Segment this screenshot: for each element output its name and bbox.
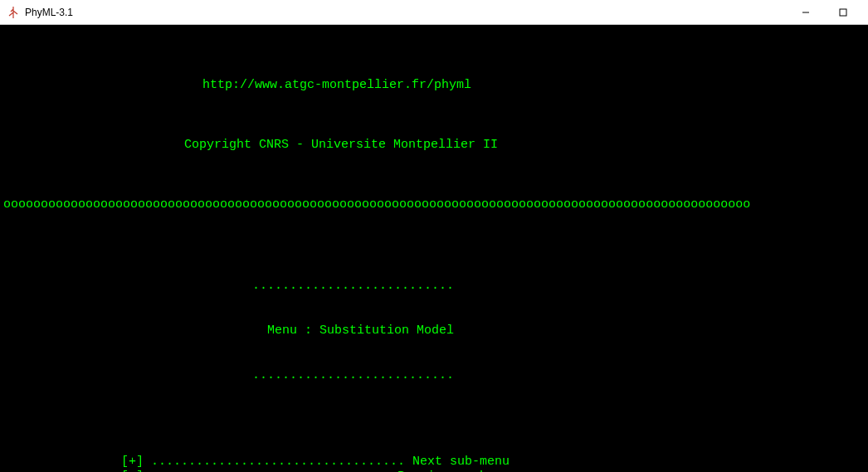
nav-options: [+] .................................. N… xyxy=(3,455,865,472)
copyright-line: Copyright CNRS - Universite Montpellier … xyxy=(3,138,865,153)
titlebar: PhyML-3.1 xyxy=(0,0,868,25)
titlebar-left: PhyML-3.1 xyxy=(7,6,73,19)
separator-line: oooooooooooooooooooooooooooooooooooooooo… xyxy=(3,197,865,212)
menu-dots-top: ........................... xyxy=(3,279,865,294)
terminal[interactable]: http://www.atgc-montpellier.fr/phyml Cop… xyxy=(0,25,868,472)
svg-rect-1 xyxy=(840,9,846,16)
window-controls xyxy=(787,0,861,25)
app-window: PhyML-3.1 http://www.atgc-montpellier.fr… xyxy=(0,0,868,472)
maximize-button[interactable] xyxy=(824,0,861,25)
app-title: PhyML-3.1 xyxy=(25,7,73,18)
nav-option-row: [+] .................................. N… xyxy=(3,455,865,470)
minimize-button[interactable] xyxy=(787,0,824,25)
menu-dots-bottom: ........................... xyxy=(3,368,865,383)
app-icon xyxy=(7,6,20,19)
url-line: http://www.atgc-montpellier.fr/phyml xyxy=(3,78,865,93)
menu-title: Menu : Substitution Model xyxy=(3,324,865,338)
